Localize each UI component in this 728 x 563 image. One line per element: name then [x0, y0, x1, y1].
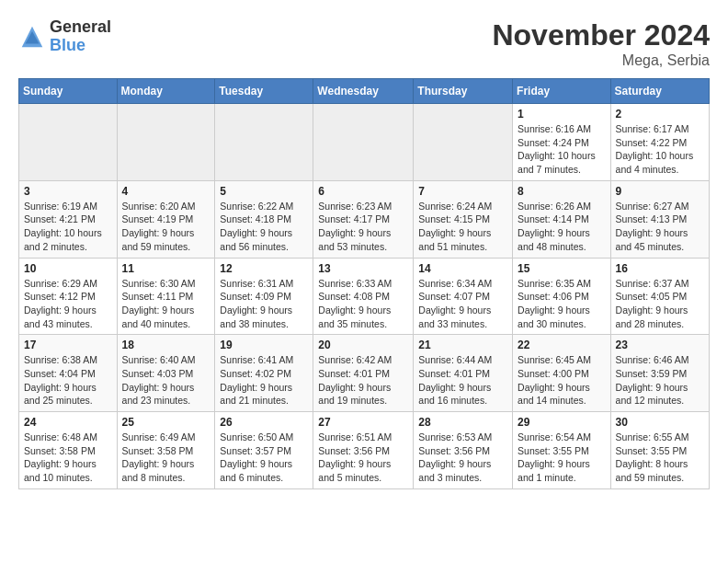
- day-info: Sunrise: 6:41 AM Sunset: 4:02 PM Dayligh…: [220, 353, 308, 408]
- weekday-header-row: SundayMondayTuesdayWednesdayThursdayFrid…: [19, 79, 710, 104]
- calendar-cell: [19, 104, 118, 181]
- day-info: Sunrise: 6:22 AM Sunset: 4:18 PM Dayligh…: [220, 200, 308, 254]
- day-number: 27: [318, 416, 408, 429]
- day-info: Sunrise: 6:38 AM Sunset: 4:04 PM Dayligh…: [24, 353, 112, 408]
- logo-text: General Blue: [50, 18, 111, 55]
- calendar-table: SundayMondayTuesdayWednesdayThursdayFrid…: [18, 78, 710, 489]
- day-number: 15: [518, 262, 606, 275]
- calendar-cell: 23Sunrise: 6:46 AM Sunset: 3:59 PM Dayli…: [610, 335, 709, 412]
- calendar-week-row-3: 10Sunrise: 6:29 AM Sunset: 4:12 PM Dayli…: [19, 258, 710, 335]
- calendar-cell: 20Sunrise: 6:42 AM Sunset: 4:01 PM Dayli…: [313, 335, 414, 412]
- location-label: Mega, Serbia: [492, 52, 710, 69]
- day-info: Sunrise: 6:40 AM Sunset: 4:03 PM Dayligh…: [122, 353, 210, 408]
- calendar-week-row-4: 17Sunrise: 6:38 AM Sunset: 4:04 PM Dayli…: [19, 335, 710, 412]
- day-number: 1: [518, 108, 606, 121]
- calendar-cell: 7Sunrise: 6:24 AM Sunset: 4:15 PM Daylig…: [414, 180, 513, 258]
- calendar-cell: 9Sunrise: 6:27 AM Sunset: 4:13 PM Daylig…: [610, 180, 709, 258]
- logo: General Blue: [18, 18, 111, 55]
- calendar-cell: 24Sunrise: 6:48 AM Sunset: 3:58 PM Dayli…: [19, 412, 118, 489]
- calendar-cell: [215, 104, 313, 181]
- calendar-cell: [313, 104, 414, 181]
- day-number: 11: [122, 262, 210, 275]
- logo-icon: [18, 23, 46, 51]
- day-number: 16: [616, 262, 704, 275]
- day-info: Sunrise: 6:42 AM Sunset: 4:01 PM Dayligh…: [318, 353, 408, 408]
- day-info: Sunrise: 6:23 AM Sunset: 4:17 PM Dayligh…: [318, 200, 408, 254]
- logo-general-label: General: [50, 18, 111, 37]
- day-number: 6: [318, 185, 408, 198]
- day-info: Sunrise: 6:44 AM Sunset: 4:01 PM Dayligh…: [418, 353, 507, 408]
- day-number: 4: [122, 185, 210, 198]
- calendar-cell: 18Sunrise: 6:40 AM Sunset: 4:03 PM Dayli…: [117, 335, 215, 412]
- title-block: November 2024 Mega, Serbia: [492, 18, 710, 69]
- day-info: Sunrise: 6:26 AM Sunset: 4:14 PM Dayligh…: [518, 200, 606, 254]
- weekday-header-thursday: Thursday: [414, 79, 513, 104]
- day-number: 30: [616, 416, 704, 429]
- day-info: Sunrise: 6:48 AM Sunset: 3:58 PM Dayligh…: [24, 431, 112, 485]
- day-info: Sunrise: 6:51 AM Sunset: 3:56 PM Dayligh…: [318, 431, 408, 485]
- day-number: 12: [220, 262, 308, 275]
- calendar-cell: 14Sunrise: 6:34 AM Sunset: 4:07 PM Dayli…: [414, 258, 513, 335]
- calendar-cell: 2Sunrise: 6:17 AM Sunset: 4:22 PM Daylig…: [610, 104, 709, 181]
- calendar-cell: 30Sunrise: 6:55 AM Sunset: 3:55 PM Dayli…: [610, 412, 709, 489]
- calendar-week-row-1: 1Sunrise: 6:16 AM Sunset: 4:24 PM Daylig…: [19, 104, 710, 181]
- calendar-cell: 26Sunrise: 6:50 AM Sunset: 3:57 PM Dayli…: [215, 412, 313, 489]
- calendar-cell: 5Sunrise: 6:22 AM Sunset: 4:18 PM Daylig…: [215, 180, 313, 258]
- day-info: Sunrise: 6:29 AM Sunset: 4:12 PM Dayligh…: [24, 277, 112, 331]
- calendar-cell: 15Sunrise: 6:35 AM Sunset: 4:06 PM Dayli…: [513, 258, 611, 335]
- calendar-cell: 10Sunrise: 6:29 AM Sunset: 4:12 PM Dayli…: [19, 258, 118, 335]
- calendar-cell: 8Sunrise: 6:26 AM Sunset: 4:14 PM Daylig…: [513, 180, 611, 258]
- day-number: 22: [518, 339, 606, 351]
- calendar-cell: 21Sunrise: 6:44 AM Sunset: 4:01 PM Dayli…: [414, 335, 513, 412]
- day-number: 19: [220, 339, 308, 351]
- day-number: 2: [616, 108, 704, 121]
- calendar-cell: 4Sunrise: 6:20 AM Sunset: 4:19 PM Daylig…: [117, 180, 215, 258]
- day-number: 23: [616, 339, 704, 351]
- calendar-week-row-5: 24Sunrise: 6:48 AM Sunset: 3:58 PM Dayli…: [19, 412, 710, 489]
- day-number: 24: [24, 416, 112, 429]
- day-info: Sunrise: 6:31 AM Sunset: 4:09 PM Dayligh…: [220, 277, 308, 331]
- calendar-cell: 29Sunrise: 6:54 AM Sunset: 3:55 PM Dayli…: [513, 412, 611, 489]
- day-number: 3: [24, 185, 112, 198]
- calendar-cell: 12Sunrise: 6:31 AM Sunset: 4:09 PM Dayli…: [215, 258, 313, 335]
- calendar-cell: 16Sunrise: 6:37 AM Sunset: 4:05 PM Dayli…: [610, 258, 709, 335]
- day-number: 14: [418, 262, 507, 275]
- weekday-header-monday: Monday: [117, 79, 215, 104]
- day-info: Sunrise: 6:33 AM Sunset: 4:08 PM Dayligh…: [318, 277, 408, 331]
- day-number: 29: [518, 416, 606, 429]
- weekday-header-sunday: Sunday: [19, 79, 118, 104]
- day-info: Sunrise: 6:20 AM Sunset: 4:19 PM Dayligh…: [122, 200, 210, 254]
- day-info: Sunrise: 6:27 AM Sunset: 4:13 PM Dayligh…: [616, 200, 704, 254]
- calendar-cell: 17Sunrise: 6:38 AM Sunset: 4:04 PM Dayli…: [19, 335, 118, 412]
- weekday-header-friday: Friday: [513, 79, 611, 104]
- weekday-header-tuesday: Tuesday: [215, 79, 313, 104]
- day-info: Sunrise: 6:17 AM Sunset: 4:22 PM Dayligh…: [616, 122, 704, 177]
- day-info: Sunrise: 6:34 AM Sunset: 4:07 PM Dayligh…: [418, 277, 507, 331]
- day-number: 7: [418, 185, 507, 198]
- day-info: Sunrise: 6:55 AM Sunset: 3:55 PM Dayligh…: [616, 431, 704, 485]
- day-number: 13: [318, 262, 408, 275]
- day-info: Sunrise: 6:54 AM Sunset: 3:55 PM Dayligh…: [518, 431, 606, 485]
- day-number: 25: [122, 416, 210, 429]
- day-number: 10: [24, 262, 112, 275]
- day-number: 21: [418, 339, 507, 351]
- calendar-cell: 22Sunrise: 6:45 AM Sunset: 4:00 PM Dayli…: [513, 335, 611, 412]
- day-info: Sunrise: 6:53 AM Sunset: 3:56 PM Dayligh…: [418, 431, 507, 485]
- calendar-cell: 19Sunrise: 6:41 AM Sunset: 4:02 PM Dayli…: [215, 335, 313, 412]
- calendar-cell: 6Sunrise: 6:23 AM Sunset: 4:17 PM Daylig…: [313, 180, 414, 258]
- day-number: 18: [122, 339, 210, 351]
- day-info: Sunrise: 6:24 AM Sunset: 4:15 PM Dayligh…: [418, 200, 507, 254]
- day-info: Sunrise: 6:35 AM Sunset: 4:06 PM Dayligh…: [518, 277, 606, 331]
- day-number: 8: [518, 185, 606, 198]
- calendar-cell: 27Sunrise: 6:51 AM Sunset: 3:56 PM Dayli…: [313, 412, 414, 489]
- day-info: Sunrise: 6:45 AM Sunset: 4:00 PM Dayligh…: [518, 353, 606, 408]
- calendar-cell: 28Sunrise: 6:53 AM Sunset: 3:56 PM Dayli…: [414, 412, 513, 489]
- day-info: Sunrise: 6:19 AM Sunset: 4:21 PM Dayligh…: [24, 200, 112, 254]
- day-info: Sunrise: 6:37 AM Sunset: 4:05 PM Dayligh…: [616, 277, 704, 331]
- day-info: Sunrise: 6:46 AM Sunset: 3:59 PM Dayligh…: [616, 353, 704, 408]
- day-number: 26: [220, 416, 308, 429]
- day-number: 28: [418, 416, 507, 429]
- day-info: Sunrise: 6:30 AM Sunset: 4:11 PM Dayligh…: [122, 277, 210, 331]
- weekday-header-saturday: Saturday: [610, 79, 709, 104]
- calendar-cell: 13Sunrise: 6:33 AM Sunset: 4:08 PM Dayli…: [313, 258, 414, 335]
